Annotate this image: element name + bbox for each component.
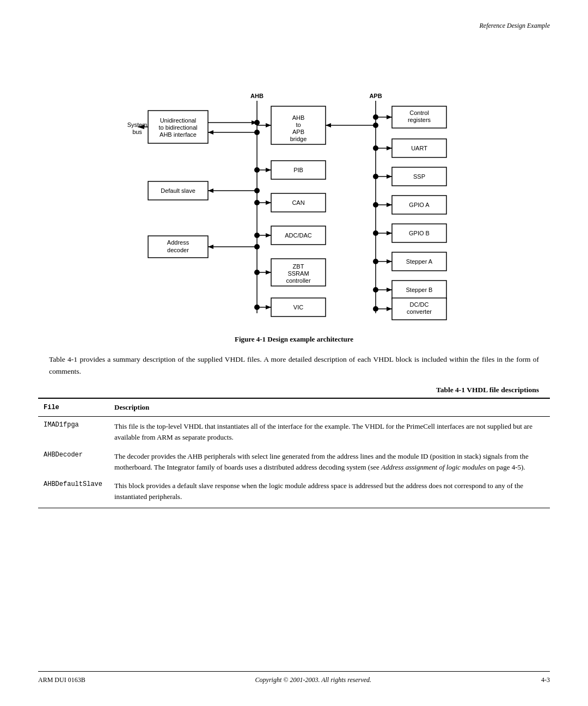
svg-point-77	[373, 174, 378, 179]
table-header-description: Description	[109, 398, 550, 417]
svg-text:controller: controller	[286, 277, 311, 284]
svg-marker-59	[266, 123, 271, 127]
architecture-diagram: text { font-family: Arial, sans-serif; f…	[103, 46, 485, 330]
svg-point-56	[254, 120, 260, 125]
svg-text:bus: bus	[132, 129, 142, 135]
svg-marker-88	[208, 245, 213, 249]
svg-marker-55	[208, 130, 213, 135]
file-table: File Description IMAD1fpga This file is …	[38, 398, 550, 508]
svg-text:DC/DC: DC/DC	[410, 301, 429, 308]
svg-point-92	[373, 230, 378, 236]
svg-marker-64	[387, 115, 392, 119]
svg-text:APB: APB	[292, 129, 304, 135]
svg-text:AHB: AHB	[250, 93, 264, 99]
svg-point-98	[373, 259, 378, 264]
svg-point-101	[373, 287, 378, 293]
svg-text:Control: Control	[409, 109, 428, 116]
table-title: Table 4-1 VHDL file descriptions	[38, 386, 550, 394]
table-header-file: File	[38, 398, 109, 417]
svg-text:converter: converter	[407, 308, 432, 315]
svg-marker-85	[266, 233, 271, 238]
page-header: Reference Design Example	[38, 22, 550, 30]
svg-marker-70	[208, 188, 213, 193]
svg-text:ADC/DAC: ADC/DAC	[285, 232, 312, 239]
svg-text:Stepper B: Stepper B	[406, 287, 433, 293]
svg-marker-82	[387, 203, 392, 207]
svg-point-86	[254, 233, 260, 238]
svg-marker-94	[266, 270, 271, 275]
svg-text:UART: UART	[411, 145, 427, 151]
svg-point-104	[254, 305, 260, 310]
footer-right: 4-3	[541, 676, 550, 684]
svg-text:ZBT: ZBT	[293, 263, 304, 270]
table-row: AHBDefaultSlave This block provides a de…	[38, 477, 550, 508]
table-row: AHBDecoder The decoder provides the AHB …	[38, 447, 550, 477]
svg-text:Default slave: Default slave	[161, 187, 195, 194]
svg-marker-67	[387, 146, 392, 150]
svg-point-95	[254, 270, 260, 275]
svg-text:APB: APB	[369, 93, 382, 99]
svg-text:SSP: SSP	[413, 173, 425, 180]
svg-text:to: to	[296, 121, 301, 128]
svg-text:Address: Address	[167, 239, 189, 246]
svg-marker-73	[266, 168, 271, 172]
svg-text:VIC: VIC	[293, 304, 303, 311]
file-name-3: AHBDefaultSlave	[38, 477, 109, 508]
svg-text:AHB interface: AHB interface	[160, 131, 197, 138]
svg-point-65	[373, 114, 378, 120]
svg-text:Stepper A: Stepper A	[406, 258, 433, 265]
svg-text:AHB: AHB	[292, 114, 305, 121]
page-footer: ARM DUI 0163B Copyright © 2001-2003. All…	[38, 671, 550, 684]
figure-caption: Figure 4-1 Design example architecture	[38, 335, 550, 344]
file-desc-1: This file is the top-level VHDL that ins…	[109, 417, 550, 447]
diagram-container: text { font-family: Arial, sans-serif; f…	[38, 46, 550, 330]
file-desc-2: The decoder provides the AHB peripherals…	[109, 447, 550, 477]
svg-marker-97	[387, 259, 392, 264]
svg-text:decoder: decoder	[167, 247, 189, 253]
svg-marker-103	[266, 305, 271, 309]
svg-point-107	[373, 306, 378, 312]
footer-center: Copyright © 2001-2003. All rights reserv…	[255, 676, 371, 684]
svg-point-62	[373, 123, 378, 128]
svg-text:to bidirectional: to bidirectional	[159, 124, 198, 131]
file-name-2: AHBDecoder	[38, 447, 109, 477]
footer-left: ARM DUI 0163B	[38, 676, 85, 684]
svg-marker-100	[387, 288, 392, 292]
svg-text:registers: registers	[408, 117, 431, 123]
svg-point-89	[254, 244, 260, 249]
svg-text:GPIO B: GPIO B	[409, 230, 430, 236]
file-desc-3: This block provides a default slave resp…	[109, 477, 550, 508]
svg-marker-76	[387, 174, 392, 179]
svg-text:bridge: bridge	[290, 136, 307, 142]
svg-marker-61	[326, 123, 331, 127]
svg-marker-106	[387, 307, 392, 311]
svg-text:GPIO A: GPIO A	[409, 202, 430, 208]
file-name-1: IMAD1fpga	[38, 417, 109, 447]
svg-point-57	[254, 130, 260, 135]
svg-marker-79	[266, 200, 271, 205]
svg-text:Unidirectional: Unidirectional	[160, 117, 197, 124]
svg-text:CAN: CAN	[292, 199, 304, 206]
svg-point-74	[254, 167, 260, 173]
svg-point-80	[254, 200, 260, 205]
svg-point-83	[373, 202, 378, 208]
svg-text:SSRAM: SSRAM	[287, 270, 309, 277]
table-row: IMAD1fpga This file is the top-level VHD…	[38, 417, 550, 447]
body-text: Table 4-1 provides a summary description…	[38, 354, 550, 377]
svg-point-71	[254, 188, 260, 193]
svg-marker-91	[387, 231, 392, 235]
svg-text:PIB: PIB	[293, 167, 303, 173]
header-title: Reference Design Example	[480, 22, 550, 29]
svg-point-68	[373, 145, 378, 151]
